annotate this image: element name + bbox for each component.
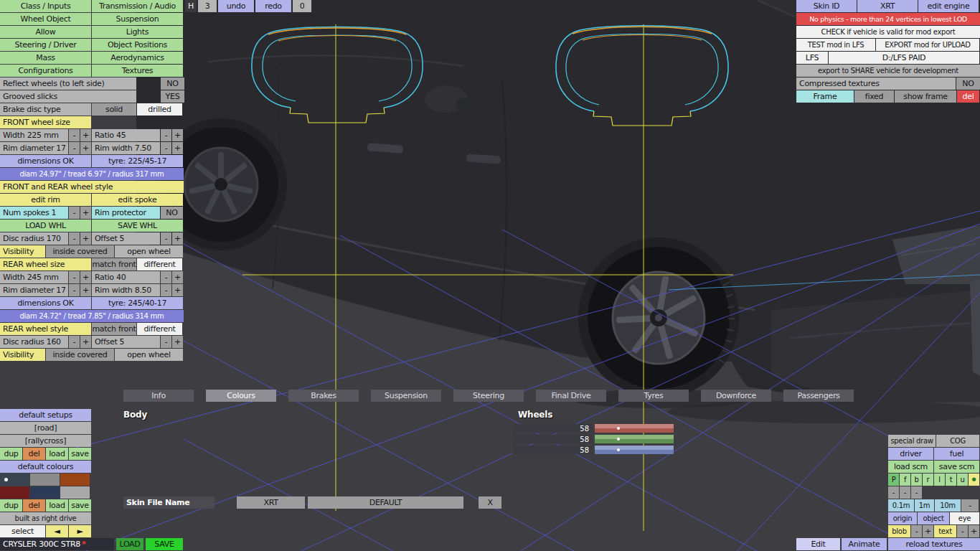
- plus-button[interactable]: +: [80, 129, 91, 141]
- frame-fixed-button[interactable]: fixed: [854, 90, 894, 103]
- colour-load-button[interactable]: load: [46, 499, 68, 512]
- edit-engine-button[interactable]: edit engine: [918, 0, 979, 12]
- plus-button[interactable]: +: [80, 207, 91, 219]
- tab-suspension[interactable]: Suspension: [371, 390, 441, 402]
- skin-name-button[interactable]: DEFAULT: [308, 496, 463, 509]
- colour-del-button[interactable]: del: [23, 499, 45, 512]
- setup-road[interactable]: [road]: [0, 422, 91, 434]
- reload-textures-button[interactable]: reload textures: [888, 538, 980, 550]
- save-vehicle-button[interactable]: SAVE: [146, 538, 183, 550]
- rear-width-value[interactable]: Width 245 mm: [0, 271, 68, 283]
- colour-save-button[interactable]: save: [69, 499, 91, 512]
- minus-button[interactable]: -: [161, 271, 171, 283]
- nav-textures[interactable]: Textures: [92, 65, 183, 77]
- rim-protector-toggle[interactable]: NO: [161, 207, 183, 219]
- setup-rallycross[interactable]: [rallycross]: [0, 435, 91, 447]
- test-mod-button[interactable]: TEST mod in LFS: [796, 39, 875, 51]
- nav-class-inputs[interactable]: Class / Inputs: [0, 0, 91, 12]
- history-button[interactable]: H: [185, 0, 197, 12]
- minus-button[interactable]: -: [69, 284, 80, 296]
- built-right-drive-toggle[interactable]: built as right drive: [0, 512, 91, 524]
- plus-button[interactable]: +: [172, 284, 183, 296]
- load-vehicle-button[interactable]: LOAD: [116, 538, 143, 550]
- nav-mass[interactable]: Mass: [0, 52, 91, 64]
- slider-handle[interactable]: [617, 427, 620, 430]
- save-scm-button[interactable]: save scm: [934, 461, 979, 473]
- minus-button[interactable]: -: [911, 525, 922, 537]
- rear-style-match-front-button[interactable]: match front: [92, 323, 136, 335]
- rear-open-wheel-button[interactable]: open wheel: [115, 349, 183, 361]
- plus-button[interactable]: +: [80, 284, 91, 296]
- nav-suspension[interactable]: Suspension: [92, 13, 183, 25]
- minus-button[interactable]: -: [69, 142, 80, 154]
- lfs-button[interactable]: LFS: [796, 52, 828, 64]
- tab-colours[interactable]: Colours: [206, 390, 276, 402]
- view-right-button[interactable]: r: [923, 474, 933, 486]
- nav-object-positions[interactable]: Object Positions: [92, 39, 183, 51]
- setup-save-button[interactable]: save: [69, 448, 91, 460]
- num-spokes-value[interactable]: Num spokes 1: [0, 207, 68, 219]
- export-mod-button[interactable]: EXPORT mod for UPLOAD: [876, 39, 979, 51]
- minus-button[interactable]: -: [900, 486, 910, 499]
- default-colours-button[interactable]: default colours: [0, 461, 91, 473]
- tab-downforce[interactable]: Downforce: [701, 390, 771, 402]
- colour-dup-button[interactable]: dup: [0, 499, 22, 512]
- frame-delete-button[interactable]: del: [957, 90, 979, 103]
- skin-prefix-button[interactable]: XRT: [237, 496, 305, 509]
- minus-button[interactable]: -: [888, 486, 899, 499]
- wheel-green-slider[interactable]: [595, 435, 674, 443]
- colour-swatch-2[interactable]: [30, 474, 60, 486]
- rear-size-different-button[interactable]: different: [137, 258, 182, 270]
- reflect-wheels-toggle[interactable]: NO: [161, 77, 184, 90]
- rear-size-match-front-button[interactable]: match front: [92, 258, 136, 270]
- load-scm-button[interactable]: load scm: [888, 461, 933, 473]
- origin-button[interactable]: origin: [888, 512, 917, 524]
- setup-load-button[interactable]: load: [46, 448, 68, 460]
- minus-button[interactable]: -: [161, 336, 171, 348]
- tab-final-drive[interactable]: Final Drive: [536, 390, 606, 402]
- skin-id-value[interactable]: XRT: [857, 0, 918, 12]
- default-setups-button[interactable]: default setups: [0, 409, 91, 421]
- setup-dup-button[interactable]: dup: [0, 448, 22, 460]
- minus-button[interactable]: -: [957, 525, 968, 537]
- view-top-button[interactable]: t: [946, 474, 956, 486]
- rear-rim-width-value[interactable]: Rim width 8.50: [92, 284, 160, 296]
- nav-aerodynamics[interactable]: Aerodynamics: [92, 52, 183, 64]
- plus-button[interactable]: +: [80, 336, 91, 348]
- skin-id-button[interactable]: Skin ID: [796, 0, 857, 12]
- nav-wheel-object[interactable]: Wheel Object: [0, 13, 91, 25]
- plus-button[interactable]: +: [172, 232, 183, 245]
- minus-button[interactable]: -: [161, 232, 171, 245]
- colour-swatch-5[interactable]: [30, 486, 60, 499]
- minus-button[interactable]: -: [161, 129, 171, 141]
- view-under-button[interactable]: u: [957, 474, 968, 486]
- view-dot-button[interactable]: ●: [969, 474, 979, 486]
- next-arrow-button[interactable]: ►: [69, 525, 91, 537]
- slider-handle[interactable]: [617, 448, 620, 451]
- eye-button[interactable]: eye: [950, 512, 979, 524]
- edit-spoke-button[interactable]: edit spoke: [92, 194, 183, 206]
- minus-button[interactable]: -: [961, 499, 979, 512]
- plus-button[interactable]: +: [172, 129, 183, 141]
- front-inside-covered-button[interactable]: inside covered: [46, 245, 114, 258]
- slider-handle[interactable]: [617, 438, 620, 441]
- nav-transmission-audio[interactable]: Transmission / Audio: [92, 0, 183, 12]
- undo-button[interactable]: undo: [218, 0, 254, 12]
- setup-del-button[interactable]: del: [23, 448, 45, 460]
- share-vehicle-button[interactable]: export to SHARE vehicle for development: [796, 65, 980, 77]
- front-rim-diameter-value[interactable]: Rim diameter 17: [0, 142, 68, 154]
- front-offset-value[interactable]: Offset 5: [92, 232, 160, 245]
- view-back-button[interactable]: b: [911, 474, 922, 486]
- edit-mode-button[interactable]: Edit: [796, 538, 840, 550]
- plus-button[interactable]: +: [969, 525, 979, 537]
- wheel-red-slider[interactable]: [595, 424, 674, 433]
- front-open-wheel-button[interactable]: open wheel: [115, 245, 183, 258]
- grid-10m-button[interactable]: 10m: [935, 499, 961, 512]
- front-disc-radius-value[interactable]: Disc radius 170: [0, 232, 68, 245]
- compressed-textures-toggle[interactable]: NO: [956, 77, 980, 90]
- minus-button[interactable]: -: [161, 284, 171, 296]
- front-rim-width-value[interactable]: Rim width 7.50: [92, 142, 160, 154]
- rear-disc-radius-value[interactable]: Disc radius 160: [0, 336, 68, 348]
- view-perspective-button[interactable]: P: [888, 474, 899, 486]
- plus-button[interactable]: +: [172, 336, 183, 348]
